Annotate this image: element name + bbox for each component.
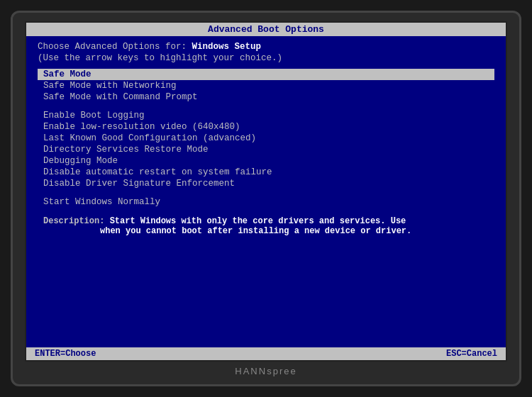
menu-item-low-res[interactable]: Enable low-resolution video (640x480): [38, 121, 494, 133]
bottom-bar: ENTER=Choose ESC=Cancel: [26, 347, 506, 360]
subtitle-line-2: (Use the arrow keys to highlight your ch…: [38, 53, 494, 63]
menu-section: Safe Mode Safe Mode with Networking Safe…: [38, 69, 494, 208]
menu-item-disable-restart[interactable]: Disable automatic restart on system fail…: [38, 167, 494, 178]
menu-item-last-known[interactable]: Last Known Good Configuration (advanced): [38, 133, 494, 144]
content-area: Choose Advanced Options for: Choose Adva…: [26, 36, 506, 347]
screen-title: Advanced Boot Options: [208, 24, 324, 35]
subtitle-windows: Windows Setup: [192, 42, 262, 52]
menu-item-debugging[interactable]: Debugging Mode: [38, 155, 494, 167]
monitor-bottom: HANNspree: [25, 362, 507, 376]
description-label: Description:: [43, 216, 110, 226]
menu-item-directory-services[interactable]: Directory Services Restore Mode: [38, 144, 494, 155]
disable-restart-label: Disable automatic restart on system fail…: [43, 167, 272, 177]
description-text-2: when you cannot boot after installing a …: [43, 226, 411, 236]
screen: Advanced Boot Options Choose Advanced Op…: [25, 21, 507, 362]
last-known-label: Last Known Good Configuration (advanced): [43, 133, 256, 143]
subtitle-2-text: (Use the arrow keys to highlight your ch…: [38, 53, 282, 63]
menu-spacer-2: [38, 189, 494, 196]
monitor: Advanced Boot Options Choose Advanced Op…: [11, 11, 521, 386]
subtitle-prefix: Choose Advanced Options for:: [38, 42, 192, 52]
description-box: Description: Start Windows with only the…: [38, 212, 494, 240]
bottom-left-label: ENTER=Choose: [35, 349, 96, 359]
brand-label: HANNspree: [235, 366, 297, 376]
subtitle-line-1: Choose Advanced Options for: Choose Adva…: [38, 42, 494, 52]
description-text: Start Windows with only the core drivers…: [110, 216, 406, 226]
menu-item-safe-mode-networking[interactable]: Safe Mode with Networking: [38, 80, 494, 91]
start-normally-label: Start Windows Normally: [43, 197, 160, 207]
menu-item-disable-driver[interactable]: Disable Driver Signature Enforcement: [38, 178, 494, 189]
menu-item-start-normally[interactable]: Start Windows Normally: [38, 196, 494, 208]
directory-services-label: Directory Services Restore Mode: [43, 145, 209, 155]
menu-spacer-1: [38, 103, 494, 110]
safe-mode-label: Safe Mode: [43, 69, 92, 79]
disable-driver-label: Disable Driver Signature Enforcement: [43, 179, 235, 189]
screen-inner: Advanced Boot Options Choose Advanced Op…: [26, 23, 506, 360]
boot-logging-label: Enable Boot Logging: [43, 111, 145, 121]
low-res-label: Enable low-resolution video (640x480): [43, 122, 240, 132]
safe-mode-cmd-label: Safe Mode with Command Prompt: [43, 92, 198, 102]
bottom-right-label: ESC=Cancel: [446, 349, 497, 359]
menu-item-boot-logging[interactable]: Enable Boot Logging: [38, 110, 494, 121]
debugging-label: Debugging Mode: [43, 156, 118, 166]
menu-item-safe-mode-cmd[interactable]: Safe Mode with Command Prompt: [38, 91, 494, 103]
menu-item-safe-mode[interactable]: Safe Mode: [38, 69, 494, 80]
title-bar: Advanced Boot Options: [26, 23, 506, 36]
safe-mode-networking-label: Safe Mode with Networking: [43, 81, 177, 91]
